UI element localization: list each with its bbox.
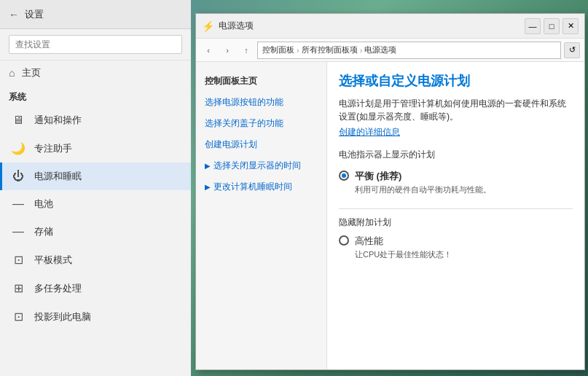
nav-forward-button[interactable]: › — [219, 42, 235, 58]
tablet-icon: ⊡ — [11, 253, 26, 267]
settings-item-project-label: 投影到此电脑 — [34, 310, 91, 324]
power-link-create-plan[interactable]: 创建电源计划 — [196, 134, 326, 155]
minimize-button[interactable]: — — [525, 18, 541, 34]
active-arrow-icon: ▶ — [205, 162, 211, 170]
settings-item-storage[interactable]: — 存储 — [0, 218, 191, 246]
settings-home-label: 主页 — [22, 66, 41, 79]
power-link-display-time[interactable]: ▶ 选择关闭显示器的时间 — [196, 155, 326, 176]
power-link-sleep-time-label: 更改计算机睡眠时间 — [213, 181, 292, 193]
settings-item-notification[interactable]: 🖥 通知和操作 — [0, 106, 191, 134]
high-perf-plan-item[interactable]: 高性能 让CPU处于最佳性能状态！ — [339, 235, 573, 260]
settings-item-tablet-label: 平板模式 — [34, 254, 72, 267]
power-content: 控制面板主页 选择电源按钮的功能 选择关闭盖子的功能 创建电源计划 ▶ 选择关闭… — [196, 62, 584, 369]
power-main-title: 选择或自定义电源计划 — [339, 72, 573, 90]
addr-allpanels[interactable]: 所有控制面板项 — [302, 44, 358, 55]
storage-icon: — — [11, 225, 26, 238]
power-title-left: ⚡ 电源选项 — [202, 20, 254, 32]
settings-back-bar: ← 设置 — [0, 0, 191, 29]
power-main-desc: 电源计划是用于管理计算机如何使用电源的一套硬件和系统设置(如显示器亮度、睡眠等)… — [339, 97, 573, 123]
refresh-button[interactable]: ↺ — [564, 42, 580, 58]
settings-item-focus[interactable]: 🌙 专注助手 — [0, 134, 191, 162]
high-perf-plan-desc: 让CPU处于最佳性能状态！ — [355, 249, 452, 260]
project-icon: ⊡ — [11, 310, 26, 324]
power-sidebar-title: 控制面板主页 — [196, 71, 326, 92]
active-arrow-icon-2: ▶ — [205, 183, 211, 191]
power-link-sleep-time[interactable]: ▶ 更改计算机睡眠时间 — [196, 176, 326, 197]
settings-item-battery[interactable]: — 电池 — [0, 190, 191, 218]
balanced-plan-desc: 利用可用的硬件自动平衡功耗与性能。 — [355, 184, 491, 195]
settings-search-input[interactable] — [9, 35, 182, 54]
settings-item-storage-label: 存储 — [34, 225, 53, 238]
addr-poweroptions[interactable]: 电源选项 — [364, 44, 396, 55]
notification-icon: 🖥 — [11, 114, 26, 127]
settings-back-button[interactable]: ← — [9, 9, 19, 20]
address-path[interactable]: 控制面板 › 所有控制面板项 › 电源选项 — [257, 42, 561, 59]
settings-item-battery-label: 电池 — [34, 197, 53, 211]
addr-sep-1: › — [297, 46, 299, 55]
high-perf-plan-info: 高性能 让CPU处于最佳性能状态！ — [355, 235, 452, 260]
power-link-lid-function[interactable]: 选择关闭盖子的功能 — [196, 113, 326, 134]
settings-item-focus-label: 专注助手 — [34, 142, 72, 155]
addr-sep-2: › — [360, 46, 363, 55]
balanced-plan-name: 平衡 (推荐) — [355, 170, 491, 183]
settings-item-multitask[interactable]: ⊞ 多任务处理 — [0, 274, 191, 302]
balanced-plan-info: 平衡 (推荐) 利用可用的硬件自动平衡功耗与性能。 — [355, 170, 491, 195]
settings-item-power-label: 电源和睡眠 — [34, 170, 82, 183]
settings-item-power[interactable]: ⏻ 电源和睡眠 — [0, 162, 191, 190]
settings-item-notification-label: 通知和操作 — [34, 114, 82, 127]
power-link-button-function[interactable]: 选择电源按钮的功能 — [196, 92, 326, 113]
power-window-icon: ⚡ — [202, 20, 214, 32]
power-icon: ⏻ — [11, 170, 26, 183]
power-options-window: ⚡ 电源选项 — □ ✕ ‹ › ↑ 控制面板 › 所有控制面板项 › 电源选项… — [195, 13, 585, 370]
nav-up-button[interactable]: ↑ — [238, 42, 254, 58]
settings-search-container — [0, 29, 191, 60]
settings-panel: ← 设置 ⌂ 主页 系统 🖥 通知和操作 🌙 专注助手 ⏻ 电源和睡眠 — 电池… — [0, 0, 191, 376]
settings-item-multitask-label: 多任务处理 — [34, 282, 82, 295]
power-window-title: 电源选项 — [219, 20, 254, 32]
focus-icon: 🌙 — [11, 141, 26, 155]
address-bar: ‹ › ↑ 控制面板 › 所有控制面板项 › 电源选项 ↺ — [196, 39, 584, 62]
power-titlebar-controls: — □ ✕ — [525, 18, 579, 34]
nav-back-button[interactable]: ‹ — [200, 42, 216, 58]
home-icon: ⌂ — [9, 67, 15, 79]
maximize-button[interactable]: □ — [544, 18, 560, 34]
battery-section-label: 电池指示器上显示的计划 — [339, 149, 573, 161]
power-main-content: 选择或自定义电源计划 电源计划是用于管理计算机如何使用电源的一套硬件和系统设置(… — [327, 62, 584, 369]
high-perf-plan-name: 高性能 — [355, 235, 452, 248]
multitask-icon: ⊞ — [11, 281, 26, 295]
power-detail-link[interactable]: 创建的详细信息 — [339, 126, 573, 138]
balanced-plan-item[interactable]: 平衡 (推荐) 利用可用的硬件自动平衡功耗与性能。 — [339, 167, 573, 198]
settings-home-item[interactable]: ⌂ 主页 — [0, 60, 191, 85]
hidden-plans-label: 隐藏附加计划 — [339, 216, 573, 229]
close-button[interactable]: ✕ — [562, 18, 579, 34]
settings-item-project[interactable]: ⊡ 投影到此电脑 — [0, 302, 191, 331]
power-link-display-time-label: 选择关闭显示器的时间 — [213, 160, 301, 172]
settings-item-tablet[interactable]: ⊡ 平板模式 — [0, 246, 191, 274]
addr-controlpanel[interactable]: 控制面板 — [262, 44, 294, 55]
divider — [339, 208, 573, 209]
power-sidebar: 控制面板主页 选择电源按钮的功能 选择关闭盖子的功能 创建电源计划 ▶ 选择关闭… — [196, 62, 327, 369]
settings-system-label: 系统 — [0, 85, 191, 106]
battery-icon: — — [11, 197, 26, 211]
balanced-radio[interactable] — [339, 171, 349, 181]
settings-title: 设置 — [25, 8, 44, 21]
high-perf-radio[interactable] — [339, 235, 349, 246]
power-titlebar: ⚡ 电源选项 — □ ✕ — [196, 14, 584, 39]
